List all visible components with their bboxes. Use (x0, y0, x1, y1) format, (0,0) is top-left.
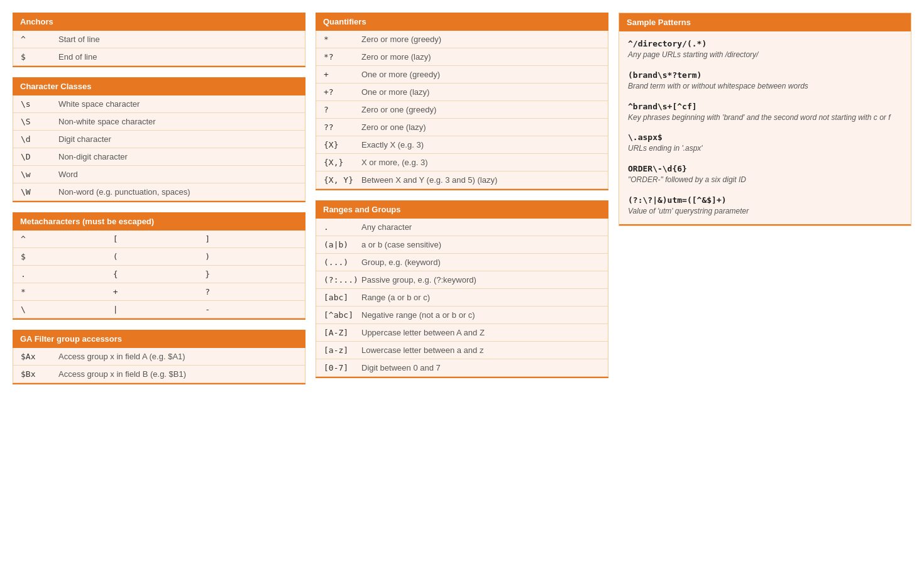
quant-symbol-6: {X} (324, 140, 361, 149)
ga-desc-1: Access group x in field B (e.g. $B1) (58, 369, 297, 379)
char-class-row-3: \D Non-digit character (13, 148, 305, 166)
quantifiers-body: * Zero or more (greedy) *? Zero or more … (316, 31, 608, 189)
sample-pattern-4: ORDER\-\d{6} "ORDER-" followed by a six … (628, 164, 902, 185)
range-row-8: [0-7] Digit between 0 and 7 (316, 359, 608, 376)
meta-col2-1: ( (113, 252, 206, 261)
sample-patterns-section: Sample Patterns ^/directory/(.*) Any pag… (619, 13, 911, 226)
anchor-symbol-dollar: $ (21, 52, 58, 62)
anchors-divider (13, 66, 305, 67)
meta-col3-3: ? (205, 287, 297, 296)
quant-row-7: {X,} X or more, (e.g. 3) (316, 154, 608, 171)
anchor-row-dollar: $ End of line (13, 48, 305, 65)
range-row-1: (a|b) a or b (case sensitive) (316, 236, 608, 254)
meta-row-1: $ ( ) (13, 248, 305, 266)
anchor-symbol-caret: ^ (21, 35, 58, 44)
char-desc-0: White space character (58, 99, 297, 109)
range-desc-8: Digit between 0 and 7 (361, 363, 600, 372)
char-class-row-0: \s White space character (13, 95, 305, 113)
pattern-code-5: (?:\?|&)utm=([^&$]+) (628, 195, 902, 205)
char-symbol-3: \D (21, 152, 58, 161)
ga-row-1: $Bx Access group x in field B (e.g. $B1) (13, 366, 305, 383)
range-symbol-3: (?:...) (324, 275, 361, 285)
char-symbol-1: \S (21, 117, 58, 126)
anchor-desc-dollar: End of line (58, 52, 297, 62)
range-symbol-6: [A-Z] (324, 328, 361, 337)
pattern-desc-0: Any page URLs starting with /directory/ (628, 50, 902, 60)
range-row-6: [A-Z] Uppercase letter between A and Z (316, 324, 608, 342)
meta-row-4: \ | - (13, 301, 305, 318)
column-3: Sample Patterns ^/directory/(.*) Any pag… (619, 13, 911, 394)
meta-row-0: ^ [ ] (13, 231, 305, 248)
range-desc-2: Group, e.g. (keyword) (361, 258, 600, 267)
sample-pattern-5: (?:\?|&)utm=([^&$]+) Value of 'utm' quer… (628, 195, 902, 217)
quant-symbol-2: + (324, 70, 361, 79)
quant-symbol-0: * (324, 35, 361, 44)
pattern-desc-4: "ORDER-" followed by a six digit ID (628, 175, 902, 185)
meta-section: Metacharacters (must be escaped) ^ [ ] $… (13, 212, 305, 320)
char-classes-header: Character Classes (13, 77, 305, 95)
quantifiers-divider (316, 189, 608, 190)
ga-filter-divider (13, 383, 305, 384)
sample-pattern-1: (brand\s*?term) Brand term with or witho… (628, 70, 902, 92)
range-desc-0: Any character (361, 222, 600, 232)
pattern-desc-1: Brand term with or without whitespace be… (628, 81, 902, 92)
meta-col1-3: * (21, 287, 113, 296)
sample-patterns-body: ^/directory/(.*) Any page URLs starting … (619, 31, 911, 224)
anchor-desc-caret: Start of line (58, 35, 297, 44)
char-classes-divider (13, 201, 305, 202)
char-class-row-1: \S Non-white space character (13, 113, 305, 131)
anchors-section: Anchors ^ Start of line $ End of line (13, 13, 305, 67)
range-symbol-8: [0-7] (324, 363, 361, 372)
quant-desc-7: X or more, (e.g. 3) (361, 158, 600, 167)
pattern-code-4: ORDER\-\d{6} (628, 164, 902, 173)
quant-desc-6: Exactly X (e.g. 3) (361, 140, 600, 149)
range-symbol-5: [^abc] (324, 310, 361, 320)
char-desc-5: Non-word (e.g. punctuation, spaces) (58, 187, 297, 197)
meta-col1-1: $ (21, 252, 113, 261)
range-desc-3: Passive group, e.g. (?:keyword) (361, 275, 600, 285)
meta-col3-4: - (205, 305, 297, 314)
pattern-code-3: \.aspx$ (628, 133, 902, 142)
quant-symbol-5: ?? (324, 122, 361, 132)
meta-col1-2: . (21, 269, 113, 279)
meta-col2-2: { (113, 269, 206, 279)
quantifiers-header: Quantifiers (316, 13, 608, 31)
main-grid: Anchors ^ Start of line $ End of line Ch… (13, 13, 911, 394)
ga-desc-0: Access group x in field A (e.g. $A1) (58, 352, 297, 361)
meta-col1-4: \ (21, 305, 113, 314)
quantifiers-section: Quantifiers * Zero or more (greedy) *? Z… (316, 13, 608, 190)
meta-col3-1: ) (205, 252, 297, 261)
range-row-7: [a-z] Lowercase letter between a and z (316, 342, 608, 359)
pattern-desc-3: URLs ending in '.aspx' (628, 143, 902, 154)
quant-desc-8: Between X and Y (e.g. 3 and 5) (lazy) (361, 175, 600, 185)
quant-row-5: ?? Zero or one (lazy) (316, 119, 608, 136)
ga-filter-section: GA Filter group accessors $Ax Access gro… (13, 330, 305, 384)
quant-row-4: ? Zero or one (greedy) (316, 101, 608, 119)
quant-desc-2: One or more (greedy) (361, 70, 600, 79)
range-row-0: . Any character (316, 219, 608, 236)
column-2: Quantifiers * Zero or more (greedy) *? Z… (316, 13, 608, 394)
pattern-desc-2: Key phrases beginning with 'brand' and t… (628, 112, 902, 123)
range-row-3: (?:...) Passive group, e.g. (?:keyword) (316, 271, 608, 289)
char-desc-4: Word (58, 170, 297, 179)
anchor-row-caret: ^ Start of line (13, 31, 305, 48)
char-classes-section: Character Classes \s White space charact… (13, 77, 305, 202)
char-class-row-2: \d Digit character (13, 131, 305, 148)
anchors-body: ^ Start of line $ End of line (13, 31, 305, 66)
quant-desc-1: Zero or more (lazy) (361, 52, 600, 62)
meta-row-3: * + ? (13, 283, 305, 301)
meta-col2-4: | (113, 305, 206, 314)
range-row-5: [^abc] Negative range (not a or b or c) (316, 307, 608, 324)
range-symbol-7: [a-z] (324, 345, 361, 355)
pattern-desc-5: Value of 'utm' querystring parameter (628, 206, 902, 217)
char-symbol-4: \w (21, 170, 58, 179)
range-desc-4: Range (a or b or c) (361, 293, 600, 302)
ranges-section: Ranges and Groups . Any character (a|b) … (316, 200, 608, 378)
meta-col3-2: } (205, 269, 297, 279)
range-symbol-4: [abc] (324, 293, 361, 302)
meta-col2-3: + (113, 287, 206, 296)
char-symbol-2: \d (21, 134, 58, 144)
char-class-row-4: \w Word (13, 166, 305, 183)
range-row-4: [abc] Range (a or b or c) (316, 289, 608, 307)
ga-row-0: $Ax Access group x in field A (e.g. $A1) (13, 348, 305, 366)
